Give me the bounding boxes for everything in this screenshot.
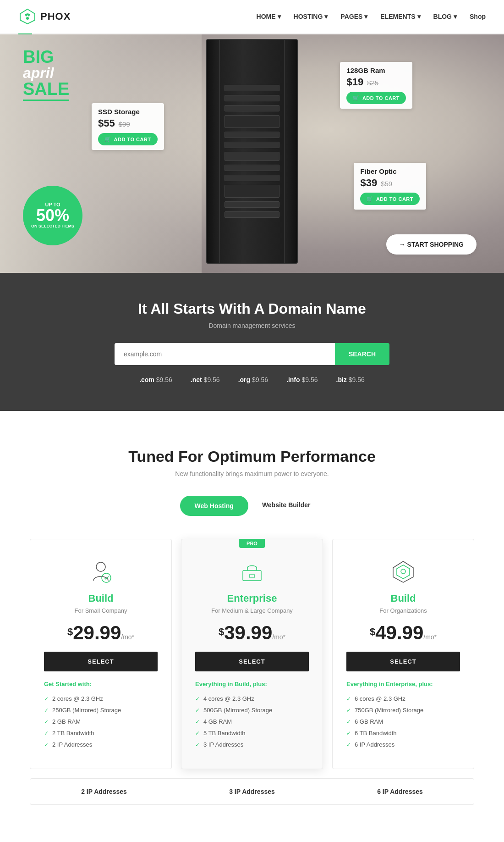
- feature-item: ✓2 TB Bandwidth: [44, 727, 158, 739]
- build-icon: [87, 558, 115, 585]
- features-title-build: Get Started with:: [44, 681, 158, 687]
- feature-item: ✓6 TB Bandwidth: [346, 727, 460, 739]
- card-title-enterprise: Enterprise: [195, 593, 309, 604]
- svg-point-8: [401, 569, 405, 574]
- tab-website-builder[interactable]: Website Builder: [248, 496, 324, 516]
- card-price-orgs: $49.99/mo*: [346, 623, 460, 643]
- pro-badge: PRO: [239, 539, 265, 548]
- features-list-enterprise: ✓4 cores @ 2.3 GHz ✓500GB (Mirrored) Sto…: [195, 693, 309, 750]
- domain-tlds: .com $9.56 .net $9.56 .org $9.56 .info $…: [18, 376, 486, 383]
- pricing-card-organizations: Build For Organizations $49.99/mo* SELEC…: [332, 539, 474, 769]
- card-subtitle-enterprise: For Medium & Large Company: [195, 607, 309, 614]
- nav-links: HOME ▾ HOSTING ▾ PAGES ▾ ELEMENTS ▾ BLOG…: [257, 13, 486, 20]
- select-build-button[interactable]: SELECT: [44, 652, 158, 671]
- pricing-title: Tuned For Optimum Performance: [18, 448, 486, 465]
- nav-blog[interactable]: BLOG ▾: [433, 13, 457, 20]
- feature-item: ✓4 GB RAM: [195, 716, 309, 727]
- ip-col-3: 3 IP Addresses: [178, 779, 326, 804]
- select-enterprise-button[interactable]: SELECT: [195, 652, 309, 671]
- svg-rect-5: [250, 574, 254, 578]
- hero-section: BIG april SALE UP TO 50% ON SELECTED ITE…: [0, 34, 504, 273]
- nav-hosting[interactable]: HOSTING ▾: [294, 13, 328, 20]
- svg-marker-0: [20, 9, 35, 24]
- svg-marker-6: [393, 561, 413, 582]
- nav-elements[interactable]: ELEMENTS ▾: [380, 13, 420, 20]
- feature-item: ✓500GB (Mirrored) Storage: [195, 704, 309, 716]
- features-list-build: ✓2 cores @ 2.3 GHz ✓250GB (Mirrored) Sto…: [44, 693, 158, 750]
- tld-net: .net $9.56: [191, 376, 220, 383]
- sale-underline: [23, 100, 69, 101]
- card-subtitle-orgs: For Organizations: [346, 607, 460, 614]
- pricing-card-build: Build For Small Company $29.99/mo* SELEC…: [30, 539, 172, 769]
- svg-rect-4: [243, 571, 261, 581]
- svg-marker-7: [397, 565, 410, 579]
- card-subtitle-build: For Small Company: [44, 607, 158, 614]
- card-title-orgs: Build: [346, 593, 460, 604]
- select-orgs-button[interactable]: SELECT: [346, 652, 460, 671]
- nav-home[interactable]: HOME ▾: [257, 13, 281, 20]
- feature-item: ✓6 IP Addresses: [346, 739, 460, 750]
- tld-info: .info $9.56: [286, 376, 318, 383]
- feature-item: ✓6 GB RAM: [346, 716, 460, 727]
- feature-item: ✓2 cores @ 2.3 GHz: [44, 693, 158, 704]
- start-shopping-button[interactable]: → START SHOPPING: [386, 234, 477, 255]
- nav-pages[interactable]: PAGES ▾: [340, 13, 367, 20]
- ip-addresses-row: 2 IP Addresses 3 IP Addresses 6 IP Addre…: [30, 778, 474, 805]
- domain-section: It All Starts With A Domain Name Domain …: [0, 273, 504, 411]
- circle-discount-badge: UP TO 50% ON SELECTED ITEMS: [23, 186, 82, 245]
- feature-item: ✓2 IP Addresses: [44, 739, 158, 750]
- svg-point-2: [96, 562, 105, 571]
- server-image: [206, 39, 298, 264]
- tld-com: .com $9.56: [139, 376, 172, 383]
- navigation: PHOX HOME ▾ HOSTING ▾ PAGES ▾ ELEMENTS ▾…: [0, 0, 504, 33]
- fiber-add-to-cart-button[interactable]: 🛒 ADD TO CART: [360, 193, 420, 205]
- tab-web-hosting[interactable]: Web Hosting: [180, 496, 248, 516]
- feature-item: ✓4 cores @ 2.3 GHz: [195, 693, 309, 704]
- feature-item: ✓750GB (Mirrored) Storage: [346, 704, 460, 716]
- feature-item: ✓250GB (Mirrored) Storage: [44, 704, 158, 716]
- pricing-subtitle: New functionality brings maximum power t…: [18, 470, 486, 477]
- nav-shop[interactable]: Shop: [470, 13, 486, 20]
- tld-biz: .biz $9.56: [336, 376, 365, 383]
- domain-title: It All Starts With A Domain Name: [18, 300, 486, 317]
- card-title-build: Build: [44, 593, 158, 604]
- pricing-tabs: Web Hosting Website Builder: [18, 496, 486, 516]
- svg-point-1: [26, 17, 29, 20]
- features-title-orgs: Everything in Enterprise, plus:: [346, 681, 460, 687]
- ram-add-to-cart-button[interactable]: 🛒 ADD TO CART: [346, 92, 406, 104]
- features-title-enterprise: Everything in Build, plus:: [195, 681, 309, 687]
- logo-text: PHOX: [40, 11, 71, 22]
- domain-search-input[interactable]: [115, 343, 335, 365]
- card-price-enterprise: $39.99/mo*: [195, 623, 309, 643]
- organizations-icon: [389, 558, 417, 585]
- ssd-add-to-cart-button[interactable]: 🛒 ADD TO CART: [98, 133, 158, 145]
- pricing-card-enterprise: PRO Enterprise For Medium & Large Compan…: [181, 539, 323, 769]
- domain-search-bar: SEARCH: [115, 343, 389, 365]
- features-list-orgs: ✓6 cores @ 2.3 GHz ✓750GB (Mirrored) Sto…: [346, 693, 460, 750]
- ssd-product-tag: SSD Storage $55 $99 🛒 ADD TO CART: [92, 103, 164, 150]
- sale-badge: BIG april SALE: [23, 48, 69, 101]
- pricing-cards: Build For Small Company $29.99/mo* SELEC…: [18, 539, 486, 769]
- feature-item: ✓6 cores @ 2.3 GHz: [346, 693, 460, 704]
- card-price-build: $29.99/mo*: [44, 623, 158, 643]
- enterprise-icon: [238, 558, 266, 585]
- ram-product-tag: 128GB Ram $19 $25 🛒 ADD TO CART: [340, 62, 412, 109]
- ip-col-2: 2 IP Addresses: [30, 779, 178, 804]
- domain-subtitle: Domain management services: [18, 322, 486, 329]
- pricing-section: Tuned For Optimum Performance New functi…: [0, 411, 504, 842]
- logo[interactable]: PHOX: [18, 7, 71, 26]
- feature-item: ✓2 GB RAM: [44, 716, 158, 727]
- feature-item: ✓3 IP Addresses: [195, 739, 309, 750]
- domain-search-button[interactable]: SEARCH: [335, 343, 389, 365]
- ip-col-6: 6 IP Addresses: [326, 779, 474, 804]
- tld-org: .org $9.56: [238, 376, 268, 383]
- feature-item: ✓5 TB Bandwidth: [195, 727, 309, 739]
- fiber-product-tag: Fiber Optic $39 $59 🛒 ADD TO CART: [354, 163, 426, 210]
